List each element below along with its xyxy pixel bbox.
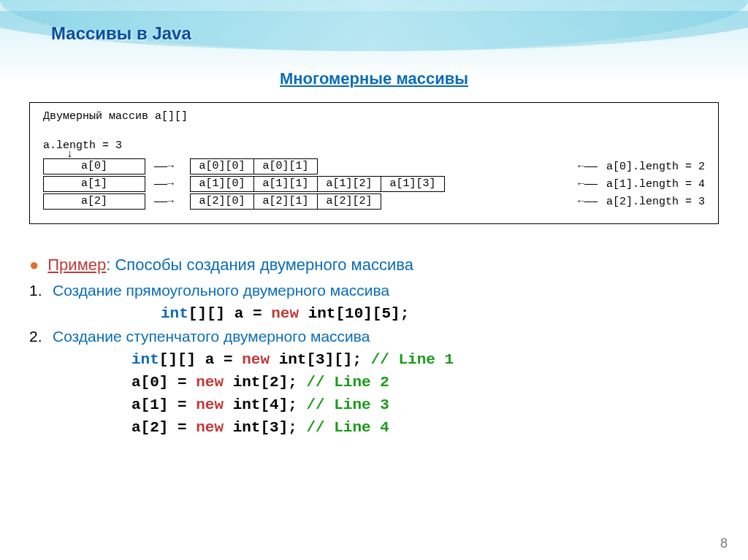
code-line: int[][] a = new int[10][5];	[161, 305, 719, 322]
list-item-1: 1. Создание прямоугольного двумерного ма…	[29, 282, 719, 299]
diagram-row: a[0] ——→ a[0][0] a[0][1] ←—— a[0].length…	[43, 158, 705, 175]
arrow-left-icon: ←——	[445, 178, 606, 191]
arrow-left-icon: ←——	[318, 161, 606, 173]
code-line: a[1] = new int[4]; // Line 3	[131, 396, 719, 413]
cell: a[1][1]	[253, 176, 318, 192]
row-left-cell: a[1]	[43, 176, 145, 192]
code-line: int[][] a = new int[3][]; // Line 1	[131, 351, 719, 368]
code-line: a[2] = new int[3]; // Line 4	[131, 419, 719, 436]
code-line: a[0] = new int[2]; // Line 2	[131, 374, 719, 391]
diagram-length: a.length = 3	[43, 139, 705, 152]
diagram-row: a[1] ——→ a[1][0] a[1][1] a[1][2] a[1][3]…	[43, 175, 705, 193]
arrow-right-icon: ——→	[154, 178, 191, 191]
row-length-label: a[1].length = 4	[606, 178, 705, 191]
cell: a[1][3]	[381, 176, 445, 192]
row-length-label: a[0].length = 2	[606, 161, 705, 173]
cell: a[2][2]	[317, 193, 381, 210]
cell: a[1][0]	[190, 176, 254, 192]
item-number: 1.	[29, 282, 53, 299]
item-text: Создание ступенчатого двумерного массива	[53, 328, 370, 345]
item-text: Создание прямоугольного двумерного масси…	[53, 282, 389, 299]
section-title: Многомерные массивы	[0, 69, 748, 88]
page-number: 8	[720, 536, 728, 551]
diagram-row: a[2] ——→ a[2][0] a[2][1] a[2][2] ←—— a[2…	[43, 193, 705, 210]
item-number: 2.	[29, 328, 53, 345]
content-body: ● Пример: Способы создания двумерного ма…	[29, 256, 719, 442]
row-left-cell: a[2]	[43, 193, 145, 210]
down-arrow-icon: ↓	[66, 152, 705, 158]
bullet-example: ● Пример: Способы создания двумерного ма…	[29, 256, 719, 275]
arrow-right-icon: ——→	[154, 161, 191, 173]
cell: a[2][1]	[253, 193, 318, 210]
cell: a[2][0]	[190, 193, 254, 210]
list-item-2: 2. Создание ступенчатого двумерного масс…	[29, 328, 719, 345]
bullet-icon: ●	[29, 256, 39, 275]
row-left-cell: a[0]	[43, 158, 145, 174]
arrow-right-icon: ——→	[154, 196, 191, 208]
row-length-label: a[2].length = 3	[606, 196, 705, 208]
example-desc: : Способы создания двумерного массива	[106, 256, 413, 274]
arrow-left-icon: ←——	[381, 196, 606, 208]
cell: a[0][0]	[190, 158, 254, 174]
diagram-title: Двумерный массив a[][]	[43, 110, 705, 123]
cell: a[0][1]	[253, 158, 318, 174]
example-label: Пример	[47, 256, 106, 274]
cell: a[1][2]	[317, 176, 381, 192]
diagram-box: Двумерный массив a[][] a.length = 3 ↓ a[…	[29, 102, 719, 224]
slide-title: Массивы в Java	[51, 23, 191, 44]
